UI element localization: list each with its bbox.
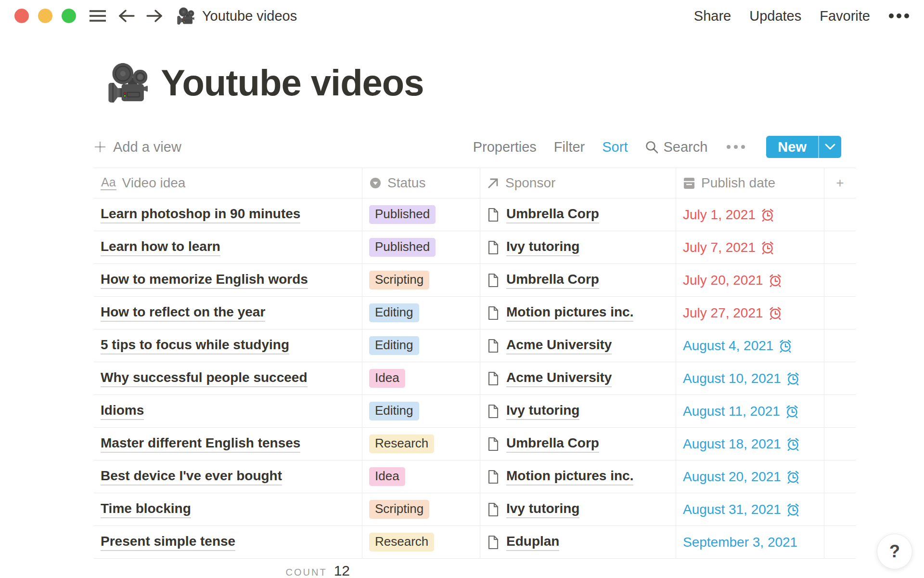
publish-date-cell[interactable]: July 27, 2021 xyxy=(676,297,824,329)
empty-cell[interactable] xyxy=(824,297,856,329)
add-column-button[interactable]: + xyxy=(824,168,856,198)
publish-date-cell[interactable]: July 7, 2021 xyxy=(676,231,824,263)
video-idea-cell[interactable]: 5 tips to focus while studying xyxy=(94,329,362,362)
status-badge[interactable]: Idea xyxy=(369,369,405,388)
video-idea-cell[interactable]: Idioms xyxy=(94,395,362,427)
video-idea-cell[interactable]: Time blocking xyxy=(94,493,362,525)
share-button[interactable]: Share xyxy=(694,8,731,24)
sponsor-cell[interactable]: Umbrella Corp xyxy=(480,198,676,231)
count-calc-cell[interactable]: COUNT 12 xyxy=(94,563,362,578)
empty-cell[interactable] xyxy=(824,264,856,296)
empty-cell[interactable] xyxy=(824,329,856,362)
status-cell[interactable]: Editing xyxy=(362,395,480,427)
video-idea-cell[interactable]: Learn photoshop in 90 minutes xyxy=(94,198,362,231)
sponsor-cell[interactable]: Eduplan xyxy=(480,526,676,558)
sponsor-link[interactable]: Acme University xyxy=(506,370,612,387)
close-window-button[interactable] xyxy=(14,9,29,23)
empty-cell[interactable] xyxy=(824,198,856,231)
video-idea-title[interactable]: Present simple tense xyxy=(101,534,235,551)
sponsor-cell[interactable]: Motion pictures inc. xyxy=(480,460,676,493)
sponsor-link[interactable]: Umbrella Corp xyxy=(506,435,599,453)
column-header-status[interactable]: Status xyxy=(362,168,480,198)
sponsor-link[interactable]: Ivy tutoring xyxy=(506,239,579,256)
page-title[interactable]: Youtube videos xyxy=(161,62,424,104)
sponsor-cell[interactable]: Ivy tutoring xyxy=(480,231,676,263)
status-cell[interactable]: Research xyxy=(362,526,480,558)
empty-cell[interactable] xyxy=(824,231,856,263)
status-badge[interactable]: Research xyxy=(369,434,434,453)
zoom-window-button[interactable] xyxy=(62,9,76,23)
filter-button[interactable]: Filter xyxy=(554,139,585,155)
sponsor-cell[interactable]: Umbrella Corp xyxy=(480,264,676,296)
status-badge[interactable]: Research xyxy=(369,533,434,552)
search-button[interactable]: Search xyxy=(645,139,707,155)
new-row-button[interactable]: New xyxy=(766,136,841,158)
empty-cell[interactable] xyxy=(824,460,856,493)
sponsor-link[interactable]: Umbrella Corp xyxy=(506,206,599,223)
back-arrow-icon[interactable] xyxy=(118,9,135,23)
status-badge[interactable]: Published xyxy=(369,205,436,224)
publish-date-cell[interactable]: August 31, 2021 xyxy=(676,493,824,525)
empty-cell[interactable] xyxy=(824,395,856,427)
properties-button[interactable]: Properties xyxy=(473,139,537,155)
empty-cell[interactable] xyxy=(824,362,856,394)
publish-date-cell[interactable]: July 20, 2021 xyxy=(676,264,824,296)
video-idea-cell[interactable]: Master different English tenses xyxy=(94,428,362,460)
status-badge[interactable]: Published xyxy=(369,238,436,257)
breadcrumb-page-title[interactable]: Youtube videos xyxy=(202,8,297,24)
video-idea-cell[interactable]: How to reflect on the year xyxy=(94,297,362,329)
video-idea-title[interactable]: Learn how to learn xyxy=(101,239,220,256)
status-cell[interactable]: Research xyxy=(362,428,480,460)
status-badge[interactable]: Editing xyxy=(369,336,419,355)
empty-cell[interactable] xyxy=(824,428,856,460)
status-cell[interactable]: Editing xyxy=(362,329,480,362)
minimize-window-button[interactable] xyxy=(38,9,52,23)
sponsor-link[interactable]: Motion pictures inc. xyxy=(506,468,633,486)
status-badge[interactable]: Editing xyxy=(369,303,419,322)
sponsor-link[interactable]: Umbrella Corp xyxy=(506,272,599,289)
status-cell[interactable]: Editing xyxy=(362,297,480,329)
status-cell[interactable]: Published xyxy=(362,198,480,231)
forward-arrow-icon[interactable] xyxy=(146,9,163,23)
status-badge[interactable]: Scripting xyxy=(369,500,429,519)
video-idea-title[interactable]: How to memorize English words xyxy=(101,272,308,289)
publish-date-cell[interactable]: August 11, 2021 xyxy=(676,395,824,427)
sponsor-link[interactable]: Ivy tutoring xyxy=(506,501,579,518)
status-cell[interactable]: Idea xyxy=(362,362,480,394)
video-idea-title[interactable]: How to reflect on the year xyxy=(101,304,265,322)
publish-date-cell[interactable]: August 18, 2021 xyxy=(676,428,824,460)
status-cell[interactable]: Published xyxy=(362,231,480,263)
video-idea-title[interactable]: Best device I've ever bought xyxy=(101,468,282,486)
video-idea-cell[interactable]: How to memorize English words xyxy=(94,264,362,296)
favorite-button[interactable]: Favorite xyxy=(820,8,870,24)
new-button-label[interactable]: New xyxy=(766,136,818,158)
video-idea-cell[interactable]: Why successful people succeed xyxy=(94,362,362,394)
publish-date-cell[interactable]: August 20, 2021 xyxy=(676,460,824,493)
video-idea-title[interactable]: Idioms xyxy=(101,403,144,420)
sponsor-cell[interactable]: Motion pictures inc. xyxy=(480,297,676,329)
video-idea-cell[interactable]: Best device I've ever bought xyxy=(94,460,362,493)
video-idea-title[interactable]: Learn photoshop in 90 minutes xyxy=(101,206,300,223)
more-options-icon[interactable] xyxy=(888,13,910,19)
publish-date-cell[interactable]: September 3, 2021 xyxy=(676,526,824,558)
video-idea-title[interactable]: Time blocking xyxy=(101,501,191,518)
sidebar-menu-icon[interactable] xyxy=(89,9,107,23)
video-idea-title[interactable]: 5 tips to focus while studying xyxy=(101,337,289,355)
video-idea-cell[interactable]: Present simple tense xyxy=(94,526,362,558)
empty-cell[interactable] xyxy=(824,526,856,558)
sponsor-cell[interactable]: Acme University xyxy=(480,329,676,362)
help-button[interactable]: ? xyxy=(877,534,912,569)
sponsor-cell[interactable]: Umbrella Corp xyxy=(480,428,676,460)
sponsor-cell[interactable]: Acme University xyxy=(480,362,676,394)
status-cell[interactable]: Idea xyxy=(362,460,480,493)
page-icon-emoji[interactable]: 🎥 xyxy=(106,65,150,101)
status-badge[interactable]: Editing xyxy=(369,402,419,420)
video-idea-title[interactable]: Master different English tenses xyxy=(101,435,300,453)
column-header-publish-date[interactable]: Publish date xyxy=(676,168,824,198)
sponsor-link[interactable]: Ivy tutoring xyxy=(506,403,579,420)
empty-cell[interactable] xyxy=(824,493,856,525)
publish-date-cell[interactable]: August 10, 2021 xyxy=(676,362,824,394)
sponsor-link[interactable]: Motion pictures inc. xyxy=(506,304,633,322)
updates-button[interactable]: Updates xyxy=(749,8,801,24)
chevron-down-icon[interactable] xyxy=(819,136,841,158)
